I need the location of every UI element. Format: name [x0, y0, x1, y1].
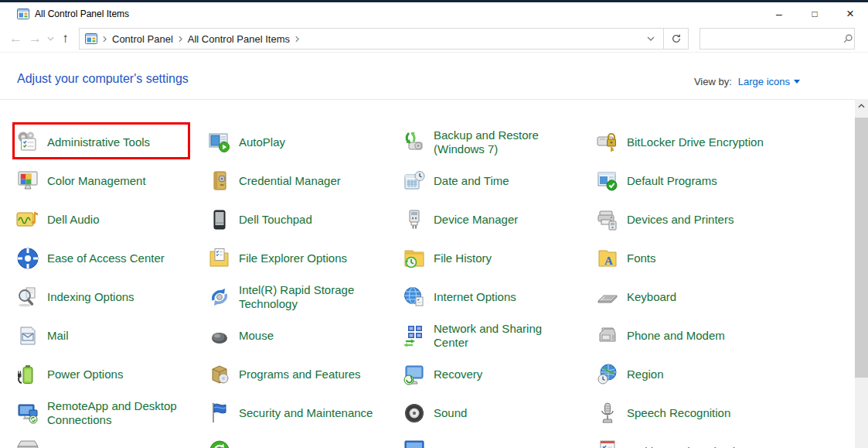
- control-panel-item-file-explorer-options[interactable]: File Explorer Options: [207, 239, 402, 278]
- control-panel-item-taskbar-navigation[interactable]: Taskbar and Navigation: [595, 433, 855, 448]
- control-panel-item-recovery[interactable]: Recovery: [402, 355, 595, 394]
- control-panel-item-color-management[interactable]: Color Management: [15, 162, 207, 200]
- recent-pages-chevron-icon[interactable]: [45, 29, 56, 49]
- breadcrumb-control-panel[interactable]: Control Panel: [112, 33, 173, 45]
- power-options-icon: [15, 362, 40, 387]
- control-panel-item-system[interactable]: System: [402, 433, 595, 448]
- control-panel-item-power-options[interactable]: Power Options: [15, 355, 207, 394]
- view-by-caret-icon: [794, 80, 800, 84]
- maximize-button[interactable]: □: [797, 2, 832, 26]
- search-input[interactable]: [706, 29, 842, 49]
- view-by-dropdown[interactable]: Large icons: [738, 76, 800, 87]
- item-label: File Explorer Options: [239, 251, 347, 265]
- region-icon: [595, 362, 620, 387]
- control-panel-item-credential-manager[interactable]: Credential Manager: [207, 162, 402, 200]
- item-label: Date and Time: [434, 174, 509, 188]
- scrollbar-thumb[interactable]: [855, 118, 868, 378]
- navigation-bar: ← → ↑ Control Panel All Control Panel It…: [0, 26, 868, 53]
- security-maintenance-icon: [207, 401, 232, 426]
- item-label: Default Programs: [627, 174, 717, 188]
- up-button[interactable]: ↑: [56, 29, 75, 49]
- default-programs-icon: [595, 169, 620, 193]
- control-panel-icon: [17, 8, 29, 20]
- remoteapp-icon: [15, 401, 40, 426]
- item-label: Internet Options: [434, 290, 516, 304]
- control-panel-item-file-history[interactable]: File History: [402, 239, 595, 278]
- control-panel-item-dell-audio[interactable]: Dell Audio: [15, 200, 207, 239]
- forward-button[interactable]: →: [26, 29, 45, 49]
- item-label: Administrative Tools: [47, 135, 150, 149]
- item-label: Security and Maintenance: [239, 406, 373, 420]
- control-panel-item-speech-recognition[interactable]: Speech Recognition: [595, 394, 855, 433]
- item-label: Backup and Restore (Windows 7): [434, 128, 574, 157]
- items-grid: Administrative ToolsAutoPlayBackup and R…: [0, 99, 855, 448]
- control-panel-item-fonts[interactable]: AFonts: [595, 239, 855, 278]
- backup-restore-icon: [402, 130, 427, 155]
- scroll-down-button[interactable]: [855, 443, 868, 448]
- back-button[interactable]: ←: [6, 29, 26, 49]
- taskbar-icon: [595, 439, 620, 448]
- control-panel-item-storage-spaces[interactable]: Storage Spaces: [15, 433, 207, 448]
- control-panel-item-device-manager[interactable]: Device Manager: [402, 200, 595, 239]
- view-by-control: View by: Large icons: [694, 76, 800, 87]
- item-label: BitLocker Drive Encryption: [627, 135, 764, 149]
- scroll-up-button[interactable]: [855, 99, 868, 112]
- item-label: RemoteApp and Desktop Connections: [47, 399, 188, 428]
- item-label: Indexing Options: [47, 290, 134, 304]
- svg-text:A: A: [604, 255, 613, 267]
- item-label: Phone and Modem: [627, 329, 725, 343]
- storage-spaces-icon: [15, 439, 40, 448]
- control-panel-item-intel-rst[interactable]: Intel(R) Rapid Storage Technology: [207, 278, 402, 316]
- dell-audio-icon: [15, 207, 40, 232]
- control-panel-item-keyboard[interactable]: Keyboard: [595, 278, 855, 316]
- address-dropdown-icon[interactable]: [644, 36, 658, 41]
- control-panel-item-security-maintenance[interactable]: Security and Maintenance: [207, 394, 402, 433]
- admin-tools-icon: [15, 130, 40, 155]
- control-panel-item-mail[interactable]: Mail: [15, 316, 207, 355]
- control-panel-item-sync-center[interactable]: Sync Center: [207, 433, 402, 448]
- fonts-icon: A: [595, 246, 620, 271]
- control-panel-item-date-time[interactable]: Date and Time: [402, 162, 595, 200]
- item-label: Region: [627, 368, 664, 381]
- control-panel-item-indexing-options[interactable]: Indexing Options: [15, 278, 207, 316]
- search-icon[interactable]: [842, 33, 853, 44]
- system-icon: [402, 439, 427, 448]
- control-panel-item-mouse[interactable]: Mouse: [207, 316, 402, 355]
- control-panel-item-ease-of-access[interactable]: Ease of Access Center: [15, 239, 207, 278]
- breadcrumb-chevron-icon[interactable]: [295, 36, 299, 43]
- close-button[interactable]: ×: [832, 2, 868, 26]
- breadcrumb-chevron-icon[interactable]: [103, 36, 107, 43]
- control-panel-item-devices-printers[interactable]: Devices and Printers: [595, 200, 855, 239]
- mouse-icon: [207, 323, 232, 348]
- color-management-icon: [15, 169, 40, 193]
- view-by-value: Large icons: [738, 76, 790, 87]
- control-panel-item-phone-modem[interactable]: Phone and Modem: [595, 316, 855, 355]
- devices-printers-icon: [595, 207, 620, 232]
- search-box[interactable]: [700, 28, 855, 50]
- refresh-button[interactable]: [664, 28, 689, 50]
- control-panel-item-backup-restore[interactable]: Backup and Restore (Windows 7): [402, 123, 595, 162]
- control-panel-item-programs-features[interactable]: Programs and Features: [207, 355, 402, 394]
- recovery-icon: [402, 362, 427, 387]
- dell-touchpad-icon: [207, 207, 232, 232]
- minimize-button[interactable]: –: [761, 2, 797, 26]
- control-panel-item-admin-tools[interactable]: Administrative Tools: [15, 123, 207, 162]
- control-panel-item-autoplay[interactable]: AutoPlay: [207, 123, 402, 162]
- mail-icon: [15, 323, 40, 348]
- control-panel-item-sound[interactable]: Sound: [402, 394, 595, 433]
- control-panel-item-default-programs[interactable]: Default Programs: [595, 162, 855, 200]
- item-label: Credential Manager: [239, 174, 341, 188]
- control-panel-item-dell-touchpad[interactable]: Dell Touchpad: [207, 200, 402, 239]
- breadcrumb-chevron-icon[interactable]: [179, 36, 182, 43]
- address-bar[interactable]: Control Panel All Control Panel Items: [79, 28, 664, 50]
- vertical-scrollbar[interactable]: [855, 99, 868, 448]
- control-panel-item-remoteapp[interactable]: RemoteApp and Desktop Connections: [15, 394, 207, 433]
- control-panel-item-network-sharing[interactable]: Network and Sharing Center: [402, 316, 595, 355]
- control-panel-item-bitlocker[interactable]: BitLocker Drive Encryption: [595, 123, 855, 162]
- breadcrumb-all-control-panel-items[interactable]: All Control Panel Items: [188, 33, 290, 45]
- control-panel-item-region[interactable]: Region: [595, 355, 855, 394]
- item-label: Sound: [434, 406, 467, 420]
- sound-icon: [402, 401, 427, 426]
- control-panel-item-internet-options[interactable]: Internet Options: [402, 278, 595, 316]
- sync-center-icon: [207, 439, 232, 448]
